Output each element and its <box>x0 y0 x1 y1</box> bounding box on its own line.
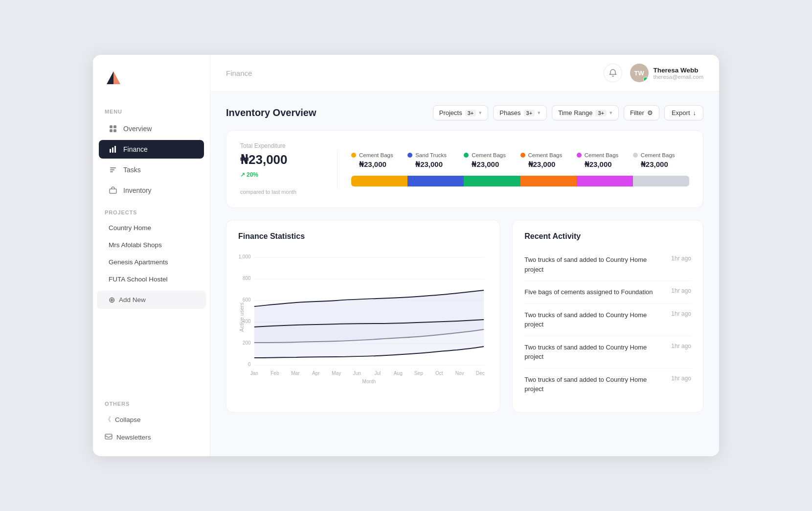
breakdown-label-4: Cement Bags <box>585 152 619 158</box>
activity-text-3: Two trucks of sand added to Country Home… <box>524 343 666 362</box>
newsletters-label: Newsletters <box>116 434 151 441</box>
svg-text:Oct: Oct <box>435 370 443 376</box>
svg-rect-11 <box>110 171 113 172</box>
breakdown-label-1: Sand Trucks <box>415 152 447 158</box>
svg-text:Month: Month <box>362 378 376 385</box>
time-range-filter-label: Time Range <box>558 109 592 116</box>
project-genesis[interactable]: Genesis Apartments <box>97 254 206 270</box>
bar-segment-0 <box>351 176 407 186</box>
export-icon: ↓ <box>693 109 697 116</box>
project-country-home-label: Country Home <box>109 224 151 232</box>
inventory-icon <box>109 186 117 195</box>
activity-time-3: 1hr ago <box>671 343 691 349</box>
sidebar-item-finance[interactable]: Finance <box>99 140 204 159</box>
svg-text:Jun: Jun <box>353 370 361 376</box>
finance-stats-card: Finance Statistics 1,000 800 600 400 200… <box>226 220 500 413</box>
sidebar: MENU Overview Finance Tasks <box>93 55 210 456</box>
user-info[interactable]: TW Theresa Webb theresa@email.com <box>630 64 703 82</box>
user-name: Theresa Webb <box>654 67 703 74</box>
export-button-label: Export <box>672 109 690 116</box>
svg-rect-5 <box>113 129 116 132</box>
notification-button[interactable] <box>604 64 622 82</box>
topbar: Finance TW Theresa Webb theresa@emai <box>210 55 719 92</box>
collapse-button[interactable]: 《 Collapse <box>93 411 210 428</box>
svg-rect-3 <box>113 125 116 128</box>
activity-text-4: Two trucks of sand added to Country Home… <box>524 375 666 394</box>
svg-text:600: 600 <box>243 297 251 303</box>
change-label: compared to last month <box>240 189 296 195</box>
breakdown-item-4: Cement Bags ₦23,000 <box>577 152 633 169</box>
svg-rect-7 <box>112 147 113 153</box>
sidebar-item-tasks[interactable]: Tasks <box>99 161 204 179</box>
breakdown-label-3: Cement Bags <box>528 152 563 158</box>
svg-text:Jul: Jul <box>374 370 381 376</box>
projects-filter-badge: 3+ <box>465 110 476 116</box>
avatar-initials: TW <box>634 70 644 77</box>
breakdown-item-5: Cement Bags ₦23,000 <box>633 152 689 169</box>
project-genesis-label: Genesis Apartments <box>109 258 168 266</box>
svg-rect-9 <box>110 167 116 168</box>
topbar-right: TW Theresa Webb theresa@email.com <box>604 64 703 82</box>
svg-text:Nov: Nov <box>455 370 465 376</box>
others-label: OTHERS <box>93 392 210 411</box>
add-new-button[interactable]: ⊕ Add New <box>97 291 206 309</box>
user-text: Theresa Webb theresa@email.com <box>654 67 703 80</box>
bar-segment-1 <box>407 176 464 186</box>
bar-segment-5 <box>633 176 689 186</box>
svg-text:Sep: Sep <box>414 370 423 376</box>
svg-text:Apr: Apr <box>312 370 320 376</box>
project-futa-label: FUTA School Hostel <box>109 276 168 283</box>
activity-item-3: Two trucks of sand added to Country Home… <box>524 336 691 369</box>
projects-filter[interactable]: Projects 3+ ▾ <box>433 105 489 120</box>
page-title: Inventory Overview <box>226 107 316 118</box>
finance-chart: 1,000 800 600 400 200 0 <box>238 249 488 386</box>
grid-icon <box>109 124 117 133</box>
svg-rect-2 <box>110 125 113 128</box>
activity-time-4: 1hr ago <box>671 375 691 382</box>
project-country-home[interactable]: Country Home <box>97 220 206 236</box>
newsletters-item[interactable]: Newsletters <box>93 428 210 446</box>
bar-segment-4 <box>577 176 633 186</box>
sidebar-item-overview[interactable]: Overview <box>99 119 204 138</box>
time-range-filter-badge: 3+ <box>595 110 607 116</box>
collapse-icon: 《 <box>105 415 111 424</box>
page-content: Inventory Overview Projects 3+ ▾ Phases … <box>210 92 719 456</box>
svg-text:Jan: Jan <box>250 370 258 376</box>
activity-item-2: Two trucks of sand added to Country Home… <box>524 304 691 336</box>
projects-filter-label: Projects <box>439 109 462 116</box>
dot-3 <box>520 153 525 158</box>
finance-icon <box>109 145 117 154</box>
breakdown-value-1: ₦23,000 <box>407 160 443 169</box>
project-mrs-afolabi[interactable]: Mrs Afolabi Shops <box>97 237 206 253</box>
svg-text:Mar: Mar <box>291 370 300 376</box>
svg-text:Active users: Active users <box>239 302 244 332</box>
breakdown-label-0: Cement Bags <box>359 152 393 158</box>
breakdown-value-2: ₦23,000 <box>464 160 499 169</box>
projects-filter-arrow: ▾ <box>479 110 482 116</box>
change-percent: ↗ 20% <box>240 171 323 178</box>
project-futa[interactable]: FUTA School Hostel <box>97 271 206 287</box>
svg-marker-0 <box>107 71 113 84</box>
total-exp-label: Total Expenditure <box>240 142 323 149</box>
phases-filter[interactable]: Phases 3+ ▾ <box>493 105 547 120</box>
add-new-icon: ⊕ <box>109 295 115 304</box>
dot-4 <box>577 153 582 158</box>
export-button[interactable]: Export ↓ <box>664 105 703 120</box>
logo <box>93 69 210 100</box>
time-range-filter[interactable]: Time Range 3+ ▾ <box>552 105 619 120</box>
filter-button[interactable]: Filter ⚙ <box>624 105 659 120</box>
collapse-label: Collapse <box>115 416 141 423</box>
topbar-title: Finance <box>226 69 252 77</box>
overview-card: Total Expenditure ₦23,000 ↗ 20% compared… <box>226 130 703 208</box>
svg-text:Dec: Dec <box>476 370 485 376</box>
svg-text:200: 200 <box>243 340 251 346</box>
online-indicator <box>643 77 648 82</box>
dot-2 <box>464 153 469 158</box>
project-mrs-afolabi-label: Mrs Afolabi Shops <box>109 241 162 249</box>
dot-0 <box>351 153 356 158</box>
breakdown-item-1: Sand Trucks ₦23,000 <box>407 152 464 169</box>
svg-rect-4 <box>110 129 113 132</box>
activity-item-1: Five bags of cements assigned to Foundat… <box>524 281 691 304</box>
phases-filter-badge: 3+ <box>524 110 535 116</box>
sidebar-item-inventory[interactable]: Inventory <box>99 181 204 200</box>
